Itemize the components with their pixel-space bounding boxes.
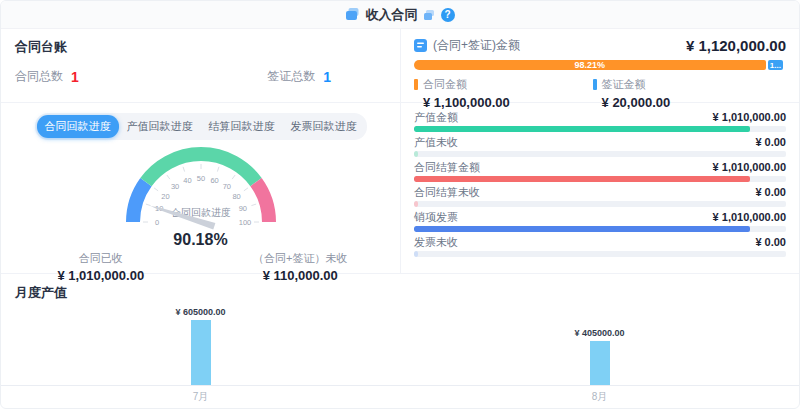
gauge-tick <box>251 204 256 206</box>
stat-value: ¥ 1,010,000.00 <box>713 211 786 223</box>
legend-label: 合同金额 <box>423 77 467 92</box>
stat-label: 产值金额 <box>414 111 458 123</box>
stat-bar-fill <box>414 126 750 132</box>
stacked-segment-1: 98.21% <box>414 60 766 70</box>
tab-4[interactable]: 发票回款进度 <box>283 115 365 138</box>
gauge-tick <box>166 175 169 179</box>
legend-mark-blue <box>593 79 597 90</box>
gauge-tick-label: 0 <box>154 218 158 227</box>
gauge-tick-label: 40 <box>183 176 191 185</box>
ledger-stats: 合同总数 1 签证总数 1 <box>15 68 386 85</box>
stat-row-4: 合同结算未收¥ 0.00 <box>414 186 786 207</box>
tab-1[interactable]: 合同回款进度 <box>37 115 119 138</box>
gauge-tick-label: 80 <box>232 192 240 201</box>
gauge-tick <box>217 167 219 172</box>
gauge-tick <box>243 188 247 191</box>
x-axis-label: 8月 <box>400 390 799 404</box>
stat-label: 销项发票 <box>414 211 458 223</box>
stat-bar-track <box>414 151 786 157</box>
stat-bar-track <box>414 176 786 182</box>
gauge-tick <box>183 167 185 172</box>
amount-stacked-bar: 98.21%1... <box>414 60 786 70</box>
gauge-tick-label: 30 <box>170 182 178 191</box>
middle-row: 合同回款进度产值回款进度结算回款进度发票回款进度 010203040506070… <box>1 103 799 274</box>
contract-files-icon <box>346 8 360 21</box>
stat-label: 产值未收 <box>414 136 458 148</box>
stat-rows-panel: 产值金额¥ 1,010,000.00产值未收¥ 0.00合同结算金额¥ 1,01… <box>401 103 799 273</box>
stat-bar-fill <box>414 201 418 207</box>
stat-bar-fill <box>414 176 750 182</box>
contract-count-value: 1 <box>71 69 79 85</box>
bar <box>191 320 211 385</box>
gauge-tick-label: 60 <box>210 176 218 185</box>
gauge-tick-label: 20 <box>161 192 169 201</box>
gauge-tick <box>232 175 235 179</box>
stat-value: ¥ 0.00 <box>755 186 786 198</box>
stat-bar-track <box>414 201 786 207</box>
received-label: 合同已收 <box>1 251 201 266</box>
help-icon[interactable]: ? <box>441 8 455 22</box>
stat-bar-track <box>414 126 786 132</box>
legend-label: 签证金额 <box>602 77 646 92</box>
stat-label: 合同结算未收 <box>414 186 480 198</box>
gauge-tick <box>154 188 158 191</box>
gauge-chart: 0102030405060708090100合同回款进度 <box>86 142 316 230</box>
summary-total: ¥ 1,120,000.00 <box>686 37 786 54</box>
amount-doc-icon <box>414 39 427 52</box>
summary-label: (合同+签证)金额 <box>433 37 520 54</box>
top-row: 合同台账 合同总数 1 签证总数 1 (合同+签证)金额 <box>1 29 799 103</box>
ledger-title: 合同台账 <box>15 38 386 56</box>
bar-value-label: ¥ 405000.00 <box>574 328 624 338</box>
stat-value: ¥ 1,010,000.00 <box>713 161 786 173</box>
stat-row-5: 销项发票¥ 1,010,000.00 <box>414 211 786 232</box>
gauge-panel: 合同回款进度产值回款进度结算回款进度发票回款进度 010203040506070… <box>1 103 401 273</box>
stat-row-6: 发票未收¥ 0.00 <box>414 236 786 257</box>
stat-bar-fill <box>414 151 418 157</box>
contract-count-label: 合同总数 <box>15 68 63 85</box>
gauge-tick-label: 100 <box>238 218 251 227</box>
gauge-tick-label: 50 <box>196 174 204 183</box>
stat-bar-fill <box>414 226 750 232</box>
stat-value: ¥ 0.00 <box>755 236 786 248</box>
monthly-panel: 月度产值 ¥ 605000.00¥ 405000.00 7月8月 <box>1 274 799 409</box>
amount-summary-panel: (合同+签证)金额 ¥ 1,120,000.00 98.21%1... 合同金额… <box>401 29 799 102</box>
income-contract-dashboard: 收入合同 ? 合同台账 合同总数 1 签证总数 1 <box>0 0 800 409</box>
page-title: 收入合同 <box>366 6 418 24</box>
bar-value-label: ¥ 605000.00 <box>175 307 225 317</box>
visa-count: 签证总数 1 <box>267 68 331 85</box>
stat-bar-fill <box>414 251 418 257</box>
gauge-tick <box>145 204 150 206</box>
tab-2[interactable]: 产值回款进度 <box>119 115 201 138</box>
stat-value: ¥ 0.00 <box>755 136 786 148</box>
copy-icon <box>424 10 435 20</box>
legend-mark-orange <box>414 79 418 90</box>
ledger-panel: 合同台账 合同总数 1 签证总数 1 <box>1 29 401 102</box>
unreceived-label: （合同+签证）未收 <box>201 251 401 266</box>
stat-row-3: 合同结算金额¥ 1,010,000.00 <box>414 161 786 182</box>
stacked-segment-2: 1... <box>768 60 784 70</box>
summary-head: (合同+签证)金额 ¥ 1,120,000.00 <box>414 37 786 54</box>
visa-count-label: 签证总数 <box>267 68 315 85</box>
tab-3[interactable]: 结算回款进度 <box>201 115 283 138</box>
stat-label: 发票未收 <box>414 236 458 248</box>
monthly-title: 月度产值 <box>15 284 67 302</box>
bar <box>590 341 610 385</box>
stat-value: ¥ 1,010,000.00 <box>713 111 786 123</box>
header: 收入合同 ? <box>1 1 799 29</box>
progress-tabs: 合同回款进度产值回款进度结算回款进度发票回款进度 <box>35 113 367 140</box>
stat-bar-track <box>414 251 786 257</box>
stat-bar-track <box>414 226 786 232</box>
visa-count-value: 1 <box>323 69 331 85</box>
monthly-bar-chart: ¥ 605000.00¥ 405000.00 <box>1 302 799 386</box>
x-axis-label: 7月 <box>1 390 400 404</box>
bar-col-1: ¥ 605000.00 <box>1 302 400 385</box>
contract-count: 合同总数 1 <box>15 68 267 85</box>
gauge-tick-label: 90 <box>238 204 246 213</box>
stat-row-1: 产值金额¥ 1,010,000.00 <box>414 111 786 132</box>
stat-row-2: 产值未收¥ 0.00 <box>414 136 786 157</box>
stat-label: 合同结算金额 <box>414 161 480 173</box>
gauge-tick-label: 70 <box>222 182 230 191</box>
gauge-segment-1 <box>133 182 146 222</box>
bar-col-2: ¥ 405000.00 <box>400 302 799 385</box>
gauge-segment-3 <box>256 182 269 222</box>
